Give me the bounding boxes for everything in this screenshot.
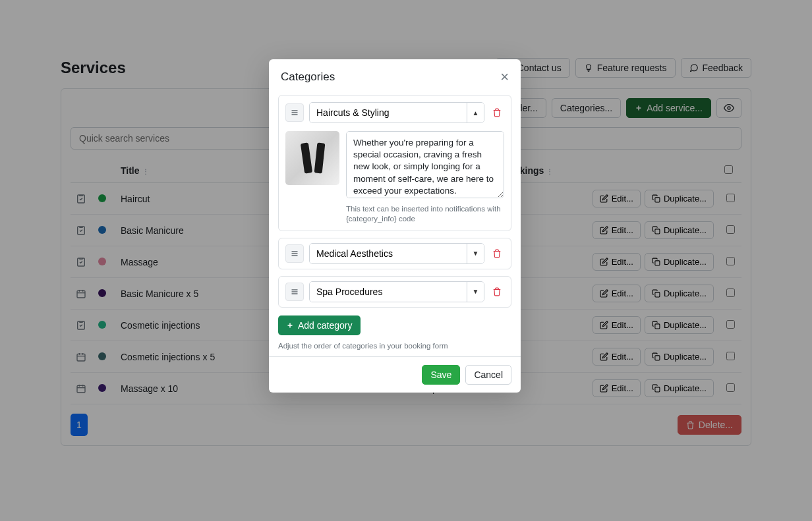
- category-block-expanded: ▲ This text can be inserted into notific…: [278, 95, 511, 231]
- category-name-input[interactable]: [310, 103, 467, 123]
- modal-close-button[interactable]: ×: [500, 70, 509, 84]
- expand-caret-icon[interactable]: ▼: [467, 282, 484, 302]
- add-category-label: Add category: [298, 320, 353, 331]
- category-block: ▼: [278, 238, 511, 269]
- collapse-caret-icon[interactable]: ▲: [467, 103, 484, 123]
- category-name-input[interactable]: [310, 244, 467, 263]
- modal-body: ▲ This text can be inserted into notific…: [269, 92, 521, 356]
- category-name-input-wrap: ▲: [309, 102, 484, 123]
- category-name-input-wrap: ▼: [309, 281, 484, 302]
- adjust-order-hint: Adjust the order of categories in your b…: [278, 342, 511, 350]
- category-block: ▼: [278, 276, 511, 308]
- delete-category-button[interactable]: [490, 105, 504, 120]
- save-button[interactable]: Save: [422, 365, 460, 385]
- expand-caret-icon[interactable]: ▼: [467, 244, 484, 263]
- drag-handle-icon[interactable]: [285, 103, 304, 122]
- category-row: ▲: [285, 102, 504, 123]
- drag-handle-icon[interactable]: [285, 244, 304, 263]
- drag-handle-icon[interactable]: [285, 283, 304, 301]
- category-description-input[interactable]: [346, 131, 504, 198]
- category-row: ▼: [285, 243, 504, 264]
- add-category-button[interactable]: Add category: [278, 315, 361, 335]
- category-details: This text can be inserted into notificat…: [285, 131, 504, 224]
- delete-category-button[interactable]: [490, 285, 504, 299]
- categories-modal: Categories × ▲ This text can be i: [269, 59, 521, 393]
- description-help-text: This text can be inserted into notificat…: [346, 204, 504, 224]
- category-row: ▼: [285, 281, 504, 302]
- category-description-wrap: This text can be inserted into notificat…: [346, 131, 504, 224]
- category-name-input-wrap: ▼: [309, 243, 484, 264]
- modal-header: Categories ×: [269, 59, 521, 92]
- category-thumbnail[interactable]: [285, 131, 339, 185]
- category-name-input[interactable]: [310, 282, 467, 302]
- modal-title: Categories: [281, 70, 335, 84]
- modal-footer: Save Cancel: [269, 356, 521, 393]
- cancel-button[interactable]: Cancel: [465, 365, 511, 385]
- delete-category-button[interactable]: [490, 246, 504, 261]
- plus-icon: [286, 321, 294, 329]
